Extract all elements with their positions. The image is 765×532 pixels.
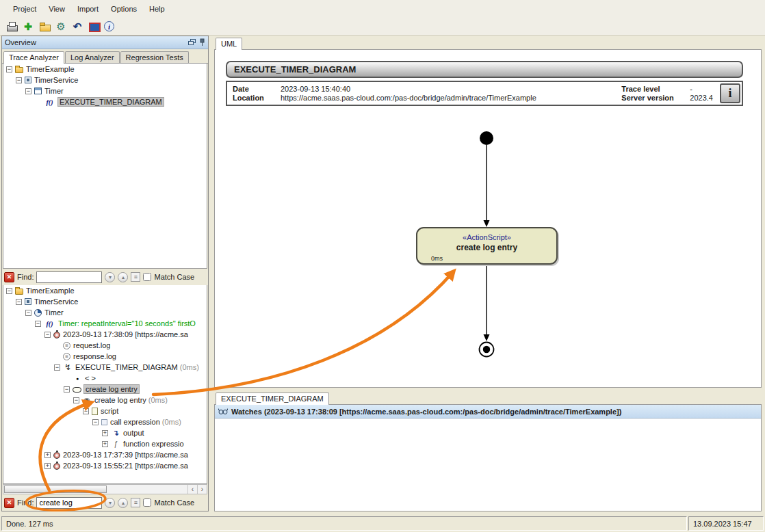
tree-expander-icon[interactable] — [64, 386, 70, 393]
tree-expander-icon[interactable] — [102, 441, 108, 447]
bottom-tabrow: EXECUTE_TIMER_DIAGRAM — [214, 390, 762, 405]
scroll-left-button[interactable]: ‹ — [187, 485, 197, 494]
print-icon[interactable] — [5, 21, 18, 33]
tree-item-label: EXECUTE_TIMER_DIAGRAM — [58, 98, 164, 106]
tree-item-label: TimerService — [34, 76, 78, 84]
settings-gear-icon[interactable] — [55, 21, 67, 33]
find-close-button[interactable] — [4, 272, 14, 282]
tree-expander-icon[interactable] — [16, 77, 22, 83]
tree-item[interactable]: Timer — [3, 85, 207, 96]
tree-item-label: TimerExample — [26, 65, 75, 73]
tree-item[interactable]: TimerExample — [3, 64, 207, 75]
menu-options[interactable]: Options — [105, 2, 143, 16]
find-input-bottom[interactable] — [36, 497, 102, 509]
tree-expander-icon — [64, 375, 70, 382]
add-icon[interactable] — [22, 21, 34, 33]
script-icon — [92, 408, 98, 415]
tree-item-label: create log entry — [94, 396, 146, 404]
tree-expander-icon[interactable] — [25, 310, 31, 316]
overview-panel: Overview Trace Analyzer Log Analyzer Reg… — [1, 36, 209, 511]
tree-expander-icon[interactable] — [73, 397, 79, 403]
start-node-icon[interactable] — [480, 131, 493, 145]
screen-capture-icon[interactable] — [88, 21, 100, 33]
analyzer-tabs: Trace Analyzer Log Analyzer Regression T… — [2, 49, 208, 64]
tree-item[interactable]: create log entry(0ms) — [3, 395, 207, 405]
tree-expander-icon[interactable] — [16, 299, 22, 305]
find-prev-button[interactable]: ▴ — [118, 272, 128, 282]
tree-expander-icon[interactable] — [35, 321, 41, 327]
scrollbar-thumb[interactable] — [4, 486, 107, 493]
watches-body — [215, 418, 761, 511]
start-node-icon — [73, 374, 82, 382]
scroll-right-button[interactable]: › — [197, 485, 207, 494]
tree-item[interactable]: TimerService — [3, 296, 207, 307]
tab-log-analyzer[interactable]: Log Analyzer — [65, 51, 120, 63]
tree-expander-icon[interactable] — [92, 419, 99, 425]
tree-expander-icon — [54, 354, 60, 360]
match-case-checkbox[interactable] — [143, 273, 151, 281]
find-next-button[interactable]: ▾ — [105, 272, 115, 282]
tree-item[interactable]: script — [3, 405, 207, 416]
tree-item[interactable]: 2023-09-13 17:37:39 [https://acme.sa — [3, 449, 207, 460]
tree-item[interactable]: TimerExample — [3, 285, 207, 296]
uml-tabrow: UML — [214, 36, 762, 50]
find-bar-top: Find: ▾ ▴ Match Case — [2, 269, 208, 285]
call-expression-icon — [101, 419, 107, 425]
undo-icon[interactable] — [71, 21, 83, 33]
trace-tree: TimerExample TimerService Timer Timer: r… — [3, 285, 207, 484]
tree-item[interactable]: request.log — [3, 340, 207, 351]
tab-trace-analyzer[interactable]: Trace Analyzer — [3, 51, 64, 64]
tree-item[interactable]: Timer: repeatInterval="10 seconds" first… — [3, 318, 207, 329]
tree-expander-icon[interactable] — [6, 66, 12, 72]
tree-item-label: Timer — [44, 87, 64, 95]
find-close-button[interactable] — [4, 498, 14, 508]
menu-project[interactable]: Project — [7, 2, 42, 16]
tree-expander-icon[interactable] — [6, 288, 12, 294]
tree-item[interactable]: 2023-09-13 17:38:09 [https://acme.sa — [3, 329, 207, 340]
tree-item[interactable]: Timer — [3, 307, 207, 318]
tree-expander-icon[interactable] — [83, 408, 89, 414]
find-list-button[interactable] — [131, 272, 140, 282]
tree-item[interactable]: EXECUTE_TIMER_DIAGRAM(0ms) — [3, 362, 207, 373]
tree-expander-icon[interactable] — [44, 463, 51, 469]
match-case-checkbox[interactable] — [143, 498, 151, 507]
find-input-top[interactable] — [36, 271, 102, 283]
tree-item-label: TimerService — [34, 297, 78, 306]
node-duration-label: 0ms — [431, 255, 443, 262]
overview-title: Overview — [5, 38, 185, 46]
function-icon — [44, 319, 55, 328]
tab-uml[interactable]: UML — [216, 38, 242, 50]
menu-view[interactable]: View — [42, 2, 71, 16]
find-prev-button[interactable]: ▴ — [118, 498, 128, 508]
tab-execute-timer-diagram[interactable]: EXECUTE_TIMER_DIAGRAM — [216, 393, 329, 405]
tree-expander-icon[interactable] — [102, 430, 108, 436]
tree-item-label: 2023-09-13 17:38:09 [https://acme.sa — [63, 330, 188, 338]
tree-expander-icon[interactable] — [25, 88, 31, 94]
tree-item[interactable]: function expressio — [3, 438, 207, 449]
tree-expander-icon[interactable] — [44, 452, 51, 458]
diagram-icon — [63, 363, 73, 371]
tree-item[interactable]: < > — [3, 373, 207, 384]
menu-import[interactable]: Import — [71, 2, 105, 16]
tree-item[interactable]: EXECUTE_TIMER_DIAGRAM — [3, 96, 207, 107]
info-icon[interactable] — [104, 21, 114, 31]
match-case-label: Match Case — [154, 498, 194, 507]
tree-item[interactable]: output — [3, 427, 207, 438]
activity-node-create-log-entry[interactable]: «ActionScript» create log entry 0ms — [416, 227, 558, 265]
find-list-button[interactable] — [131, 498, 140, 507]
pin-icon[interactable] — [199, 38, 205, 46]
tab-regression-tests[interactable]: Regression Tests — [120, 51, 189, 63]
tree-item[interactable]: create log entry — [3, 384, 207, 395]
menu-help[interactable]: Help — [143, 2, 171, 16]
tree-expander-icon[interactable] — [54, 364, 60, 371]
find-next-button[interactable]: ▾ — [105, 498, 115, 508]
tree-item[interactable]: call expression(0ms) — [3, 416, 207, 427]
tree-expander-icon[interactable] — [44, 332, 51, 338]
tree-item[interactable]: 2023-09-13 15:55:21 [https://acme.sa — [3, 460, 207, 471]
watches-header: Watches (2023-09-13 17:38:09 [https://ac… — [215, 405, 761, 418]
open-icon[interactable] — [38, 21, 51, 33]
horizontal-scrollbar[interactable]: ‹ › — [3, 484, 207, 494]
float-window-icon[interactable] — [188, 39, 196, 46]
tree-item[interactable]: TimerService — [3, 75, 207, 85]
tree-item[interactable]: response.log — [3, 351, 207, 362]
